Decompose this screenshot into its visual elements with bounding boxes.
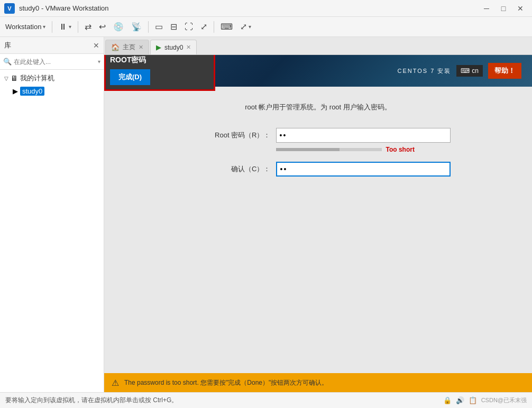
sidebar-search[interactable]: 🔍 ▾: [0, 54, 104, 70]
network-icon: 📡: [131, 22, 142, 32]
workstation-label: Workstation: [5, 23, 41, 31]
centos-title: CENTOS 7 安装: [397, 67, 451, 75]
installer-right: CENTOS 7 安装 ⌨ cn 帮助！: [397, 63, 521, 79]
root-password-dialog: ROOT密码 完成(D): [104, 55, 215, 91]
home-tab-icon: 🏠: [111, 43, 120, 51]
menu-sep-4: [214, 21, 214, 33]
menu-sep-2: [78, 21, 78, 33]
confirm-password-input[interactable]: [276, 162, 451, 177]
sidebar-header: 库 ✕: [0, 37, 104, 54]
root-password-form-area: root 帐户用于管理系统。为 root 用户输入密码。 Root 密码（R）：…: [104, 87, 532, 392]
usb-icon: 📋: [469, 396, 477, 404]
strength-text: Too short: [386, 146, 415, 153]
sidebar-close-button[interactable]: ✕: [93, 41, 99, 50]
status-right: 🔒 🔊 📋 CSDN@已禾末强: [443, 396, 527, 404]
tab-vm[interactable]: ▶ study0 ✕: [150, 40, 197, 54]
vm-icon: ▶: [13, 87, 18, 95]
computer-icon: 🖥: [11, 74, 18, 82]
zoom-icon: ⤢: [240, 22, 247, 32]
terminal-icon: ⌨: [221, 22, 233, 32]
vm-tab-icon: ▶: [156, 43, 161, 51]
menu-bar: Workstation ▾ ⏸ ▾ ⇄ ↩ 💿 📡 ▭ ⊟ ⛶ ⤢ ⌨ ⤢ ▾: [0, 17, 532, 37]
csdn-watermark: CSDN@已禾末强: [481, 396, 527, 404]
lang-code: cn: [472, 67, 479, 75]
main-layout: 库 ✕ 🔍 ▾ ▽ 🖥 我的计算机 ▶ study0 🏠 主页: [0, 37, 532, 392]
home-tab-label: 主页: [123, 43, 135, 52]
search-dropdown-icon: ▾: [98, 59, 100, 64]
toolbar-pause[interactable]: ⏸ ▾: [56, 19, 75, 35]
toolbar-snapshot[interactable]: ↩: [96, 19, 109, 35]
workstation-menu[interactable]: Workstation ▾: [2, 19, 49, 35]
toolbar-fit[interactable]: ⤢: [197, 19, 210, 35]
my-computer-label: 我的计算机: [20, 73, 54, 83]
strength-row: Too short: [186, 146, 451, 153]
tree-item-study0[interactable]: ▶ study0: [0, 85, 104, 97]
confirm-password-row: 确认（C）：: [186, 162, 451, 177]
tabs-bar: 🏠 主页 ✕ ▶ study0 ✕: [104, 37, 532, 55]
toolbar-terminal[interactable]: ⌨: [217, 19, 236, 35]
toolbar-network[interactable]: 📡: [128, 19, 145, 35]
fit-icon: ⤢: [200, 22, 207, 32]
snapshot-icon: ↩: [99, 22, 106, 32]
home-tab-close[interactable]: ✕: [139, 44, 143, 51]
form-description: root 帐户用于管理系统。为 root 用户输入密码。: [245, 103, 391, 112]
app-icon: V: [4, 3, 15, 14]
toolbar-view2[interactable]: ⊟: [167, 19, 180, 35]
view1-icon: ▭: [155, 22, 163, 32]
root-password-input[interactable]: [276, 128, 451, 143]
dialog-title: ROOT密码: [110, 55, 209, 65]
warning-icon: ⚠: [112, 378, 119, 388]
tab-home[interactable]: 🏠 主页 ✕: [105, 40, 149, 54]
connect-icon: ⇄: [85, 22, 91, 32]
toolbar-dvd[interactable]: 💿: [110, 19, 127, 35]
keyboard-icon: ⌨: [461, 67, 470, 75]
search-input[interactable]: [14, 58, 96, 66]
vm-tab-label: study0: [164, 44, 183, 51]
fullscreen-icon: ⛶: [185, 22, 193, 32]
audio-icon: 🔊: [456, 396, 464, 404]
help-button[interactable]: 帮助！: [488, 63, 521, 79]
done-button[interactable]: 完成(D): [110, 69, 150, 85]
content-area: 🏠 主页 ✕ ▶ study0 ✕ ROOT密码 完成(D): [104, 37, 532, 392]
toolbar-view1[interactable]: ▭: [152, 19, 166, 35]
status-hint-text: 要将输入定向到该虚拟机，请在虚拟机内部单击或按 Ctrl+G。: [5, 396, 178, 405]
warning-bar: ⚠ The password is too short. 您需要按"完成（Don…: [104, 373, 532, 392]
menu-sep-3: [148, 21, 149, 33]
confirm-password-label: 确认（C）：: [186, 164, 271, 174]
sidebar: 库 ✕ 🔍 ▾ ▽ 🖥 我的计算机 ▶ study0: [0, 37, 104, 392]
view2-icon: ⊟: [170, 22, 177, 32]
strength-bar: [276, 148, 382, 151]
lang-selector[interactable]: ⌨ cn: [456, 65, 483, 77]
window-controls: ─ □ ✕: [479, 3, 528, 14]
toolbar-fullscreen[interactable]: ⛶: [181, 19, 196, 35]
vm-content: ROOT密码 完成(D) CENTOS 7 安装 ⌨ cn 帮助！: [104, 55, 532, 392]
sidebar-title: 库: [4, 41, 93, 50]
form-area: root 帐户用于管理系统。为 root 用户输入密码。 Root 密码（R）：…: [104, 87, 532, 373]
dvd-icon: 💿: [113, 22, 124, 32]
minimize-button[interactable]: ─: [479, 3, 494, 14]
status-bar: 要将输入定向到该虚拟机，请在虚拟机内部单击或按 Ctrl+G。 🔒 🔊 📋 CS…: [0, 392, 532, 408]
installer-header: ROOT密码 完成(D) CENTOS 7 安装 ⌨ cn 帮助！: [104, 55, 532, 87]
toolbar-zoom[interactable]: ⤢ ▾: [237, 19, 254, 35]
warning-text: The password is too short. 您需要按"完成（Done）…: [124, 378, 328, 387]
vm-screen[interactable]: ROOT密码 完成(D) CENTOS 7 安装 ⌨ cn 帮助！: [104, 55, 532, 392]
pause-dropdown: ▾: [69, 24, 71, 30]
dropdown-arrow: ▾: [43, 24, 45, 30]
tree-expand-icon: ▽: [4, 76, 8, 81]
root-password-label: Root 密码（R）：: [186, 131, 271, 140]
menu-sep-1: [52, 21, 52, 33]
vm-label: study0: [20, 87, 44, 96]
zoom-dropdown: ▾: [249, 24, 251, 30]
sidebar-tree: ▽ 🖥 我的计算机 ▶ study0: [0, 70, 104, 392]
maximize-button[interactable]: □: [496, 3, 511, 14]
search-icon: 🔍: [3, 58, 12, 66]
pause-icon: ⏸: [59, 22, 67, 32]
root-password-row: Root 密码（R）：: [186, 128, 451, 143]
window-title: study0 - VMware Workstation: [19, 4, 475, 12]
toolbar-connect[interactable]: ⇄: [81, 19, 95, 35]
tree-item-my-computer[interactable]: ▽ 🖥 我的计算机: [0, 72, 104, 85]
vm-tab-close[interactable]: ✕: [186, 44, 191, 51]
close-button[interactable]: ✕: [513, 3, 528, 14]
lock-icon: 🔒: [443, 396, 452, 404]
title-bar: V study0 - VMware Workstation ─ □ ✕: [0, 0, 532, 17]
